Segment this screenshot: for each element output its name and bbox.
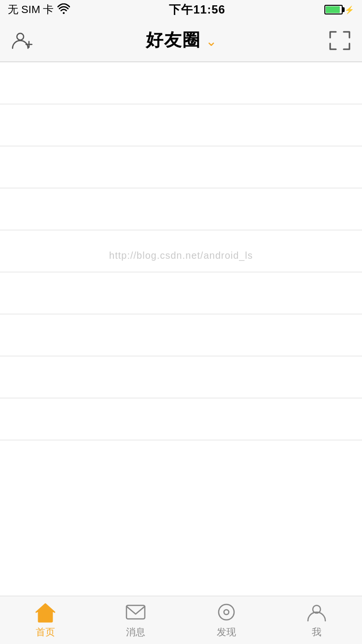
list-item — [0, 314, 362, 356]
tab-messages-label: 消息 — [126, 626, 145, 639]
watermark-text: http://blog.csdn.net/android_ls — [109, 250, 253, 261]
list-item — [0, 104, 362, 146]
status-bar: 无 SIM 卡 下午11:56 ⚡ — [0, 0, 362, 19]
me-icon — [306, 602, 328, 624]
wifi-icon — [57, 3, 70, 16]
battery-icon — [324, 5, 343, 14]
tab-bar: 首页 消息 发现 我 — [0, 596, 362, 644]
tab-me-label: 我 — [312, 626, 321, 639]
tab-home[interactable]: 首页 — [0, 596, 91, 644]
sim-text: 无 SIM 卡 — [8, 2, 54, 17]
list-item — [0, 272, 362, 314]
svg-point-8 — [224, 610, 229, 615]
nav-right — [312, 30, 350, 51]
list-item — [0, 398, 362, 440]
page-title: 好友圈 — [146, 28, 201, 52]
tab-messages[interactable]: 消息 — [91, 596, 181, 644]
chevron-down-icon[interactable]: ⌄ — [206, 33, 217, 49]
battery-fill — [326, 6, 340, 13]
status-left: 无 SIM 卡 — [8, 2, 70, 17]
nav-bar: 好友圈 ⌄ — [0, 19, 362, 62]
messages-icon — [125, 602, 147, 624]
svg-point-0 — [63, 12, 65, 14]
status-time: 下午11:56 — [169, 2, 225, 17]
charging-icon: ⚡ — [345, 5, 354, 14]
content-area: http://blog.csdn.net/android_ls — [0, 62, 362, 596]
svg-rect-5 — [42, 616, 48, 622]
list-item — [0, 356, 362, 398]
home-icon — [34, 602, 56, 624]
list-item — [0, 188, 362, 230]
add-friend-button[interactable] — [12, 30, 33, 51]
divider-10 — [0, 440, 362, 440]
list-item: http://blog.csdn.net/android_ls — [0, 230, 362, 272]
discover-icon — [215, 602, 237, 624]
tab-discover-label: 发现 — [217, 626, 236, 639]
battery-indicator: ⚡ — [324, 5, 354, 14]
nav-left — [12, 30, 50, 51]
status-right: ⚡ — [324, 5, 354, 14]
list-item — [0, 146, 362, 188]
tab-me[interactable]: 我 — [272, 596, 362, 644]
svg-rect-6 — [126, 605, 145, 619]
nav-center: 好友圈 ⌄ — [146, 28, 217, 52]
svg-point-7 — [219, 604, 234, 620]
svg-point-1 — [17, 33, 24, 40]
tab-discover[interactable]: 发现 — [181, 596, 272, 644]
list-item — [0, 62, 362, 104]
expand-button[interactable] — [329, 30, 350, 51]
tab-home-label: 首页 — [36, 626, 55, 639]
